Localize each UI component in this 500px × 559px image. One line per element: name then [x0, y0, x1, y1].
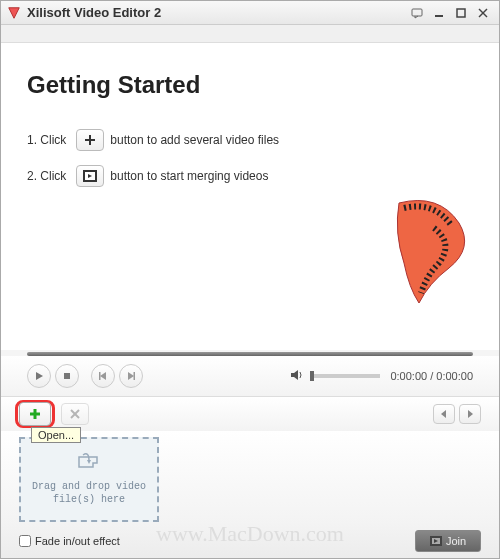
dropzone-area: Drag and drop video file(s) here [1, 431, 499, 524]
svg-marker-12 [100, 372, 106, 380]
remove-file-button[interactable] [61, 403, 89, 425]
svg-rect-11 [64, 373, 70, 379]
fade-checkbox-input[interactable] [19, 535, 31, 547]
add-file-button[interactable] [19, 402, 51, 426]
step-2: 2. Click button to start merging videos [27, 165, 473, 187]
volume-icon[interactable] [290, 369, 304, 383]
prev-button[interactable] [91, 364, 115, 388]
add-icon-inline [76, 129, 104, 151]
merge-icon-inline [76, 165, 104, 187]
time-total: 0:00:00 [436, 370, 473, 382]
time-current: 0:00:00 [390, 370, 427, 382]
svg-marker-21 [441, 410, 446, 418]
svg-marker-10 [36, 372, 43, 380]
svg-rect-13 [99, 372, 101, 380]
filmstrip-graphic-icon [379, 193, 479, 313]
svg-marker-16 [291, 370, 298, 380]
maximize-button[interactable] [451, 6, 471, 20]
volume-slider[interactable] [310, 374, 380, 378]
playback-controls: 0:00:00 / 0:00:00 [1, 356, 499, 396]
stop-button[interactable] [55, 364, 79, 388]
playback-progress[interactable] [27, 350, 473, 354]
svg-marker-22 [468, 410, 473, 418]
svg-rect-15 [134, 372, 136, 380]
next-button[interactable] [119, 364, 143, 388]
svg-rect-0 [412, 9, 422, 16]
dropzone-line1: Drag and drop video [32, 480, 146, 493]
step-1-prefix: 1. Click [27, 133, 66, 147]
play-button[interactable] [27, 364, 51, 388]
page-heading: Getting Started [27, 71, 473, 99]
join-label: Join [446, 535, 466, 547]
timecode: 0:00:00 / 0:00:00 [390, 370, 473, 382]
add-tooltip: Open... [31, 427, 81, 443]
titlebar: Xilisoft Video Editor 2 [1, 1, 499, 25]
dropzone-arrow-icon [75, 453, 103, 478]
step-1-text: button to add several video files [110, 133, 279, 147]
step-1: 1. Click button to add several video fil… [27, 129, 473, 151]
time-sep: / [427, 370, 436, 382]
minimize-button[interactable] [429, 6, 449, 20]
bottom-bar: Fade in/out effect Join [1, 524, 499, 558]
svg-marker-14 [128, 372, 134, 380]
join-icon [430, 536, 442, 546]
file-toolbar: Open... [1, 397, 499, 431]
scroll-left-button[interactable] [433, 404, 455, 424]
menubar [1, 25, 499, 43]
join-button[interactable]: Join [415, 530, 481, 552]
dropzone-text: Drag and drop video file(s) here [32, 480, 146, 506]
step-2-prefix: 2. Click [27, 169, 66, 183]
fade-label: Fade in/out effect [35, 535, 120, 547]
step-2-text: button to start merging videos [110, 169, 268, 183]
getting-started-steps: 1. Click button to add several video fil… [27, 129, 473, 187]
file-dropzone[interactable]: Drag and drop video file(s) here [19, 437, 159, 522]
app-logo-icon [7, 6, 21, 20]
app-window: Xilisoft Video Editor 2 Getting Started … [0, 0, 500, 559]
scroll-right-button[interactable] [459, 404, 481, 424]
dropzone-line2: file(s) here [32, 493, 146, 506]
feedback-icon[interactable] [407, 6, 427, 20]
fade-checkbox[interactable]: Fade in/out effect [19, 535, 120, 547]
svg-marker-23 [87, 460, 91, 464]
window-title: Xilisoft Video Editor 2 [27, 5, 405, 20]
close-button[interactable] [473, 6, 493, 20]
svg-rect-2 [457, 9, 465, 17]
main-content: Getting Started 1. Click button to add s… [1, 43, 499, 350]
